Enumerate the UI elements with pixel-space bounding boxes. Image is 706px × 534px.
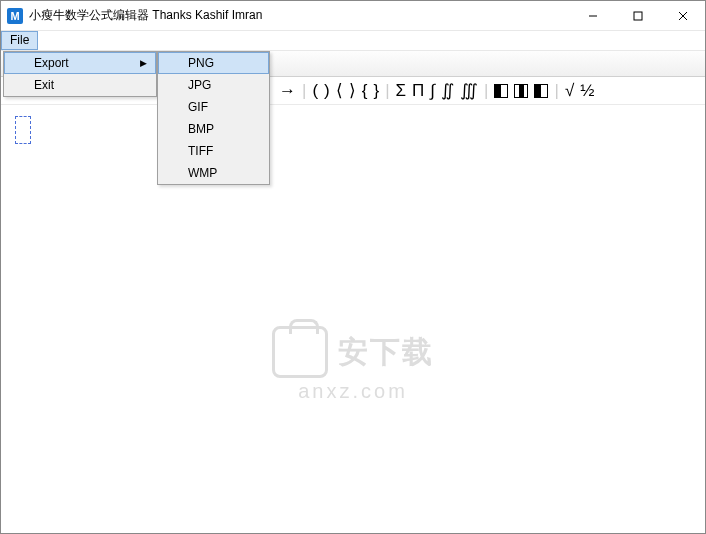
watermark-bag-icon (272, 326, 328, 378)
file-dropdown-menu: Export ▶ Exit (3, 51, 157, 97)
close-button[interactable] (660, 1, 705, 30)
pi-symbol[interactable]: Π (410, 81, 426, 101)
sqrt-symbol[interactable]: √ (563, 81, 576, 101)
window-controls (570, 1, 705, 30)
rangle-symbol[interactable]: ⟩ (347, 80, 358, 101)
maximize-button[interactable] (615, 1, 660, 30)
watermark-text: 安下载 (338, 332, 434, 373)
file-menu-button[interactable]: File (1, 31, 38, 50)
langle-symbol[interactable]: ⟨ (334, 80, 345, 101)
tint-symbol[interactable]: ∭ (458, 80, 480, 101)
lbrace-symbol[interactable]: { (360, 81, 370, 101)
export-png-item[interactable]: PNG (158, 52, 269, 74)
box2-symbol[interactable] (512, 81, 530, 101)
menu-item-label: GIF (188, 100, 208, 114)
watermark-subtext: anxz.com (298, 380, 408, 403)
rparen-symbol[interactable]: ) (322, 81, 332, 101)
menu-item-label: TIFF (188, 144, 213, 158)
exit-menu-item[interactable]: Exit (4, 74, 156, 96)
box1-symbol[interactable] (492, 81, 510, 101)
dint-symbol[interactable]: ∬ (439, 80, 456, 101)
rbrace-symbol[interactable]: } (371, 81, 381, 101)
separator: | (482, 81, 490, 101)
box3-symbol[interactable] (532, 81, 550, 101)
menu-item-label: BMP (188, 122, 214, 136)
editor-area[interactable]: 安下载 anxz.com (1, 106, 705, 533)
minimize-button[interactable] (570, 1, 615, 30)
sigma-symbol[interactable]: Σ (394, 81, 409, 101)
app-window: M 小瘦牛数学公式编辑器 Thanks Kashif Imran File → … (0, 0, 706, 534)
separator: | (383, 81, 391, 101)
separator: | (300, 81, 308, 101)
int-symbol[interactable]: ∫ (428, 81, 437, 101)
menu-item-label: WMP (188, 166, 217, 180)
export-submenu: PNG JPG GIF BMP TIFF WMP (157, 51, 270, 185)
lparen-symbol[interactable]: ( (310, 81, 320, 101)
export-menu-item[interactable]: Export ▶ (4, 52, 156, 74)
half-symbol[interactable]: ½ (578, 81, 596, 101)
export-gif-item[interactable]: GIF (158, 96, 269, 118)
app-icon: M (7, 8, 23, 24)
arrow-symbol[interactable]: → (277, 81, 298, 101)
menu-item-label: JPG (188, 78, 211, 92)
export-bmp-item[interactable]: BMP (158, 118, 269, 140)
menu-item-label: Export (34, 56, 69, 70)
cursor-placeholder (15, 116, 31, 144)
menubar: File (1, 31, 705, 51)
menu-item-label: PNG (188, 56, 214, 70)
export-tiff-item[interactable]: TIFF (158, 140, 269, 162)
separator: | (552, 81, 560, 101)
window-title: 小瘦牛数学公式编辑器 Thanks Kashif Imran (29, 7, 570, 24)
export-jpg-item[interactable]: JPG (158, 74, 269, 96)
export-wmp-item[interactable]: WMP (158, 162, 269, 184)
svg-rect-1 (634, 12, 642, 20)
watermark: 安下载 anxz.com (1, 326, 705, 403)
menu-item-label: Exit (34, 78, 54, 92)
submenu-arrow-icon: ▶ (140, 58, 147, 68)
titlebar: M 小瘦牛数学公式编辑器 Thanks Kashif Imran (1, 1, 705, 31)
